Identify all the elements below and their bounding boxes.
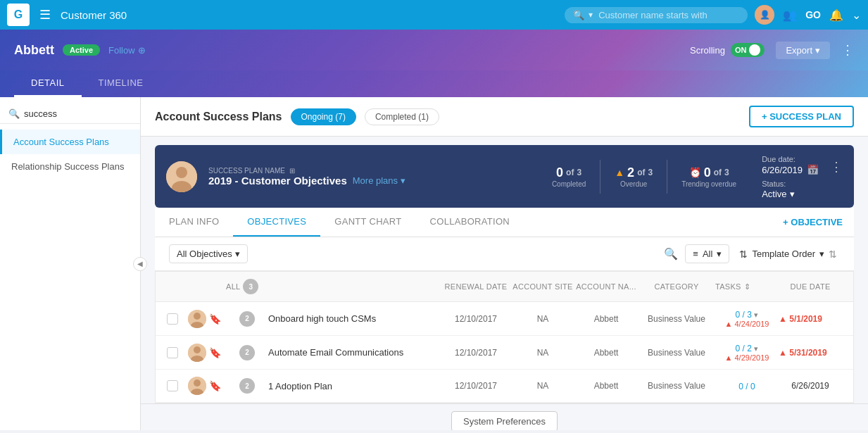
sidebar-search-input[interactable]	[24, 108, 132, 119]
app-logo: G	[7, 4, 30, 26]
user-icon[interactable]: 👥	[783, 8, 797, 22]
add-icon: ⊕	[138, 45, 146, 56]
global-search[interactable]: 🔍 ▾	[565, 7, 748, 23]
tasks-link[interactable]: 0 / 3	[736, 310, 752, 320]
row-due-date: ▲ 5/31/2019	[779, 348, 842, 358]
row-renewal-date: 12/10/2017	[441, 348, 511, 358]
detail-tab-bar: DETAIL TIMELINE	[0, 70, 868, 97]
chevron-down-icon: ▾	[401, 175, 405, 186]
plan-name: 2019 - Customer Objectives More plans ▾	[208, 175, 527, 187]
tab-detail[interactable]: DETAIL	[14, 70, 82, 97]
tab-completed[interactable]: Completed (1)	[365, 108, 439, 125]
sort-icon: ⇅	[739, 249, 748, 260]
search-icon: 🔍	[8, 108, 20, 119]
row-objective-name[interactable]: 1 Adoption Plan	[268, 381, 441, 391]
task-overdue-date: ▲ 4/29/2019	[715, 353, 779, 362]
objectives-nav: PLAN INFO OBJECTIVES GANTT CHART COLLABO…	[155, 208, 854, 237]
scrolling-toggle[interactable]: ON	[731, 43, 765, 57]
svg-point-7	[194, 346, 201, 353]
chevron-down-icon[interactable]: ▾	[754, 310, 758, 319]
row-checkbox[interactable]	[167, 347, 178, 358]
row-count-badge: 2	[239, 311, 255, 327]
chevron-down-icon: ▾	[235, 249, 240, 259]
main-layout: 🔍 Account Success Plans Relationship Suc…	[0, 97, 868, 430]
scrolling-control: Scrolling ON	[690, 43, 765, 57]
row-objective-name[interactable]: Onboard high touch CSMs	[268, 313, 441, 324]
stat-overdue-label: Overdue	[615, 180, 653, 188]
stat-trending: ⏰ 0 of 3 Trending overdue	[667, 160, 750, 194]
tab-ongoing[interactable]: Ongoing (7)	[291, 108, 356, 125]
follow-button[interactable]: Follow ⊕	[108, 45, 146, 56]
header-account: Account Na...	[574, 282, 638, 291]
row-category: Business Value	[638, 314, 715, 324]
more-plans-button[interactable]: More plans ▾	[353, 175, 405, 186]
content-area: Account Success Plans Ongoing (7) Comple…	[141, 97, 868, 430]
table-search-button[interactable]: 🔍	[664, 247, 678, 261]
stat-trending-label: Trending overdue	[681, 180, 736, 188]
row-account-site: NA	[511, 348, 574, 358]
chevron-down-icon[interactable]: ⌄	[852, 8, 861, 22]
tasks-sort-icon[interactable]: ⇕	[744, 282, 750, 291]
tasks-link[interactable]: 0 / 2	[736, 344, 752, 353]
row-checkbox[interactable]	[167, 313, 178, 325]
due-overdue-label: ▲ 5/31/2019	[779, 348, 842, 358]
add-success-plan-button[interactable]: + SUCCESS PLAN	[749, 106, 854, 127]
search-icon: 🔍	[573, 10, 584, 20]
bookmark-icon[interactable]: 🔖	[209, 313, 221, 325]
tab-collaboration[interactable]: COLLABORATION	[416, 208, 524, 237]
row-tasks: 0 / 2 ▾ ▲ 4/29/2019	[715, 343, 779, 362]
search-dropdown-icon[interactable]: ▾	[589, 10, 593, 20]
app-title: Customer 360	[61, 9, 558, 21]
top-navigation: G ☰ Customer 360 🔍 ▾ 👤 👥 GO 🔔 ⌄	[0, 0, 868, 30]
tab-timeline[interactable]: TIMELINE	[82, 70, 161, 97]
row-objective-name[interactable]: Automate Email Communications	[268, 347, 441, 358]
system-preferences-button[interactable]: System Preferences	[451, 411, 558, 430]
sort-toggle-icon[interactable]: ⇅	[829, 249, 837, 260]
plan-meta: Due date: 6/26/2019 📅 Status: Active ▾	[762, 153, 819, 199]
row-checkbox[interactable]	[167, 380, 178, 391]
task-overdue-date: ▲ 4/24/2019	[715, 320, 779, 328]
plan-stats: 0 of 3 Completed ▲ 2 of 3 Overdue	[538, 160, 750, 194]
trending-icon: ⏰	[689, 167, 701, 178]
stat-overdue: ▲ 2 of 3 Overdue	[600, 160, 667, 194]
header-due-date: Due date	[779, 282, 842, 291]
sidebar-item-account-success-plans[interactable]: Account Success Plans	[0, 130, 140, 154]
bookmark-icon[interactable]: 🔖	[209, 380, 221, 391]
filter-all-button[interactable]: ≡ All ▾	[685, 244, 729, 263]
objectives-filter[interactable]: All Objectives ▾	[169, 244, 248, 263]
section-header: Account Success Plans Ongoing (7) Comple…	[141, 97, 868, 137]
bookmark-icon[interactable]: 🔖	[209, 347, 221, 358]
tasks-link[interactable]: 0 / 0	[738, 382, 755, 391]
search-input[interactable]	[598, 10, 739, 20]
tab-objectives[interactable]: OBJECTIVES	[233, 208, 320, 237]
stat-completed-value: 0	[556, 165, 563, 180]
row-tasks: 0 / 3 ▾ ▲ 4/24/2019	[715, 309, 779, 328]
add-objective-button[interactable]: + OBJECTIVE	[772, 217, 854, 227]
header-all: All 3	[226, 279, 268, 294]
calendar-icon[interactable]: 📅	[807, 164, 819, 175]
tab-gantt-chart[interactable]: GANTT CHART	[320, 208, 415, 237]
sidebar-item-relationship-success-plans[interactable]: Relationship Success Plans	[0, 154, 140, 179]
row-account-name: Abbett	[574, 348, 638, 358]
plan-card: SUCCESS PLAN NAME ⊞ 2019 - Customer Obje…	[155, 145, 854, 208]
status-select[interactable]: Active ▾	[762, 189, 819, 199]
hamburger-icon[interactable]: ☰	[37, 4, 54, 25]
more-options-icon[interactable]: ⋮	[841, 42, 854, 58]
sidebar-search-bar[interactable]: 🔍	[0, 104, 140, 124]
row-due-date: ▲ 5/1/2019	[779, 314, 842, 324]
header-renewal: Renewal Date	[441, 282, 511, 291]
plan-avatar	[166, 161, 197, 192]
bell-icon[interactable]: 🔔	[829, 8, 843, 22]
tab-plan-info[interactable]: PLAN INFO	[155, 208, 233, 237]
sort-button[interactable]: ⇅ Template Order ▾ ⇅	[736, 245, 840, 263]
filter-icon: ≡	[693, 249, 698, 259]
header-controls: Scrolling ON Export ▾ ⋮	[690, 42, 854, 59]
plan-more-icon[interactable]: ⋮	[830, 159, 843, 175]
row-renewal-date: 12/10/2017	[441, 381, 511, 391]
go-button[interactable]: GO	[805, 9, 821, 20]
sidebar-collapse-button[interactable]: ◀	[133, 257, 147, 271]
chevron-down-icon[interactable]: ▾	[754, 344, 758, 353]
row-account-site: NA	[511, 314, 574, 324]
avatar[interactable]: 👤	[755, 5, 774, 25]
export-button[interactable]: Export ▾	[776, 42, 830, 59]
